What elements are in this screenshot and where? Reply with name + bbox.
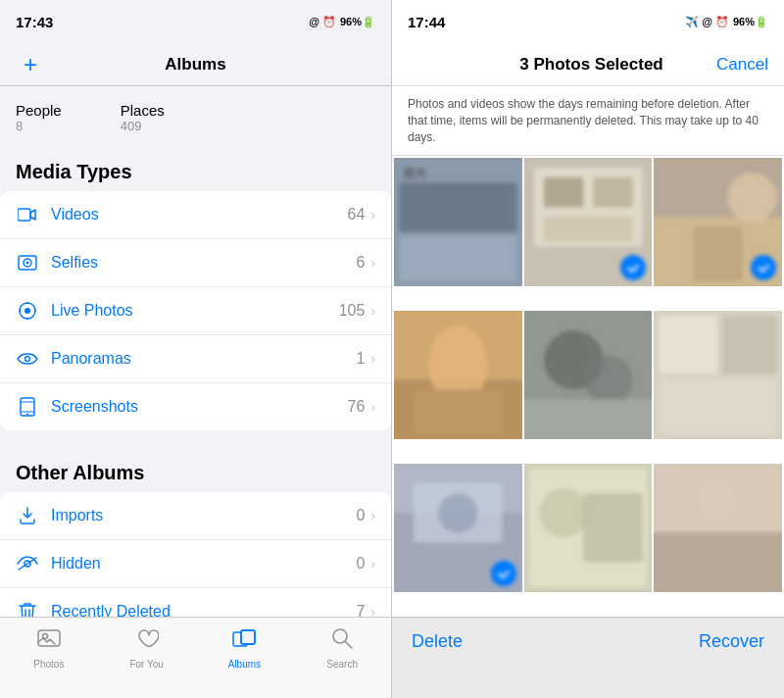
status-bar-left: 17:43 @ ⏰ 96%🔋: [0, 0, 391, 43]
live-photo-icon: [16, 299, 39, 323]
photo-cell-7[interactable]: [394, 464, 522, 592]
svg-rect-47: [654, 311, 782, 439]
svg-rect-49: [723, 316, 777, 374]
svg-rect-46: [524, 400, 653, 439]
svg-text:照片: 照片: [404, 167, 427, 180]
panoramas-item[interactable]: Panoramas 1 ›: [0, 335, 391, 383]
svg-rect-28: [399, 183, 517, 232]
svg-rect-42: [414, 390, 502, 434]
svg-rect-39: [394, 311, 522, 439]
svg-rect-33: [593, 177, 632, 207]
places-label: Places: [121, 102, 165, 119]
battery-icon: 96%🔋: [340, 16, 375, 28]
action-bar-right: Delete Recover: [392, 617, 784, 698]
screenshot-icon: [16, 395, 39, 419]
photo-grid: 照片: [392, 156, 784, 617]
svg-point-45: [583, 355, 632, 404]
photo-cell-6[interactable]: [654, 311, 782, 439]
other-albums-list: Imports 0 › Hidden 0 ›: [0, 492, 391, 617]
svg-rect-43: [524, 311, 653, 439]
videos-label: Videos: [51, 206, 348, 224]
selfies-label: Selfies: [51, 254, 356, 272]
photo-cell-8[interactable]: [524, 464, 653, 592]
selfies-item[interactable]: Selfies 6 ›: [0, 239, 391, 287]
svg-rect-22: [241, 630, 255, 644]
screenshots-item[interactable]: Screenshots 76 ›: [0, 383, 391, 430]
status-bar-right: 17:44 ✈️ @ ⏰ 96%🔋: [392, 0, 784, 43]
svg-rect-55: [524, 464, 653, 592]
screenshots-count: 76: [348, 398, 366, 416]
status-icons-left: @ ⏰ 96%🔋: [309, 16, 375, 28]
hidden-item[interactable]: Hidden 0 ›: [0, 540, 391, 588]
recently-deleted-label: Recently Deleted: [51, 603, 356, 617]
selfies-count: 6: [356, 254, 365, 272]
svg-rect-58: [583, 493, 642, 562]
recently-deleted-item[interactable]: Recently Deleted 7 ›: [0, 588, 391, 617]
svg-rect-61: [654, 532, 782, 591]
panorama-icon: [16, 347, 39, 371]
svg-rect-26: [394, 158, 522, 286]
photo-cell-3[interactable]: [654, 158, 782, 286]
live-photos-count: 105: [339, 302, 366, 320]
videos-item[interactable]: Videos 64 ›: [0, 191, 391, 239]
svg-point-14: [26, 414, 28, 416]
svg-rect-60: [654, 464, 782, 532]
svg-rect-32: [544, 177, 583, 207]
hidden-count: 0: [356, 555, 365, 573]
live-photos-item[interactable]: Live Photos 105 ›: [0, 287, 391, 335]
delete-button[interactable]: Delete: [412, 631, 463, 652]
svg-rect-35: [654, 158, 782, 286]
svg-rect-52: [394, 513, 522, 591]
svg-rect-48: [659, 316, 717, 374]
battery-right-icon: 96%🔋: [733, 16, 768, 28]
imports-count: 0: [356, 507, 365, 524]
selection-badge-2: [620, 255, 646, 280]
photo-cell-5[interactable]: [524, 311, 653, 439]
photos-tab-icon: [37, 627, 61, 655]
photo-cell-1[interactable]: 照片: [394, 158, 522, 286]
selfie-icon: [16, 251, 39, 274]
people-item[interactable]: People 8: [16, 102, 62, 133]
svg-point-62: [699, 478, 738, 518]
albums-tab-label: Albums: [228, 659, 261, 670]
time-left: 17:43: [16, 14, 53, 30]
svg-rect-51: [394, 464, 522, 592]
time-right: 17:44: [408, 14, 445, 30]
add-album-button[interactable]: +: [16, 50, 45, 79]
recover-button[interactable]: Recover: [699, 631, 764, 652]
people-label: People: [16, 102, 62, 119]
photos-tab-label: Photos: [33, 659, 64, 670]
search-tab-label: Search: [326, 659, 358, 670]
svg-rect-30: [524, 158, 653, 286]
photo-cell-2[interactable]: [524, 158, 653, 286]
imports-item[interactable]: Imports 0 ›: [0, 492, 391, 540]
photo-cell-9[interactable]: [654, 464, 782, 592]
nav-bar-right: 3 Photos Selected Cancel: [392, 43, 784, 86]
svg-rect-40: [394, 380, 522, 439]
info-banner: Photos and videos show the days remainin…: [392, 86, 784, 156]
imports-chevron: ›: [370, 508, 375, 524]
svg-point-57: [539, 488, 588, 537]
cancel-button[interactable]: Cancel: [716, 55, 768, 75]
svg-rect-53: [414, 483, 502, 542]
selection-badge-3: [751, 255, 776, 280]
places-count: 409: [121, 119, 165, 133]
svg-rect-19: [38, 630, 60, 646]
svg-rect-11: [21, 398, 34, 416]
albums-title: Albums: [165, 55, 225, 75]
hidden-icon: [16, 552, 39, 575]
live-photos-label: Live Photos: [51, 302, 339, 320]
airplane-icon: ✈️ @ ⏰: [685, 16, 729, 28]
panoramas-chevron: ›: [370, 351, 375, 367]
people-count: 8: [16, 119, 62, 133]
tab-photos[interactable]: Photos: [0, 627, 98, 670]
tab-foryou[interactable]: For You: [98, 627, 196, 670]
trash-icon: [16, 600, 39, 617]
other-albums-header: Other Albums: [0, 446, 391, 492]
tab-albums[interactable]: Albums: [196, 627, 294, 670]
tab-search[interactable]: Search: [293, 627, 391, 670]
places-item[interactable]: Places 409: [121, 102, 165, 133]
svg-point-37: [728, 173, 777, 222]
svg-line-25: [345, 641, 352, 648]
photo-cell-4[interactable]: [394, 311, 522, 439]
